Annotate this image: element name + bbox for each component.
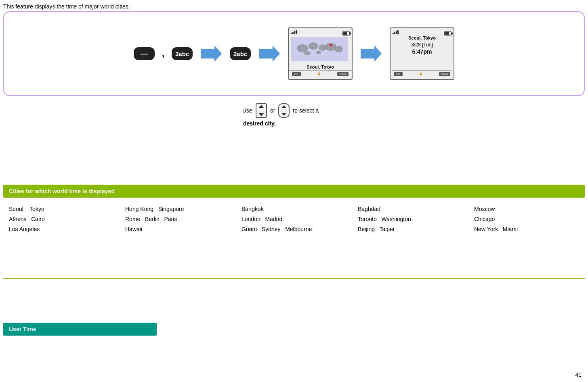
nav-hint-row-2: desired city.: [242, 119, 276, 127]
cities-col-2: Hong Kong Singapore Rome Berlin Paris Ha…: [120, 204, 236, 235]
btn-3-icon: 3abc: [172, 47, 193, 60]
svg-point-8: [330, 44, 332, 46]
svg-point-5: [335, 46, 343, 52]
nav-to-select-label: to select a: [293, 107, 319, 114]
list-item: Baghdad: [358, 204, 463, 214]
page-intro: This feature displays the time of major …: [3, 3, 130, 10]
list-item: Bangkok: [242, 204, 346, 214]
arrow-3-icon: [361, 46, 382, 62]
screen1-btn-row: OK 🔒 Back: [289, 70, 352, 77]
device-screen-2: Seoul, Tokyo 3/28 [Tue] 5:47pm OK 🔒 Back: [390, 27, 454, 80]
list-item: Rome Berlin Paris: [125, 214, 230, 224]
cities-col-3: Bangkok London Madrid Guam Sydney Melbou…: [236, 204, 352, 235]
cities-col-5: Moscow Chicago New York Miami: [468, 204, 585, 235]
scroll-pad-icon: [256, 103, 267, 118]
list-item: Toronto Washington: [358, 214, 463, 224]
screen1-back-btn: Back: [337, 72, 349, 76]
arrow-2-icon: [259, 46, 280, 62]
diagram-step-2: 2abc: [230, 47, 251, 60]
arrow-down-icon: [258, 113, 264, 116]
btn-2-icon: 2abc: [230, 47, 251, 60]
list-item: Hong Kong Singapore: [125, 204, 230, 214]
diagram-step-1: — , 3abc: [134, 47, 193, 60]
nav-or-label: or: [270, 107, 275, 114]
list-item: Guam Sydney Melbourne: [242, 224, 346, 234]
list-item: London Madrid: [242, 214, 346, 224]
cities-grid: Seoul Tokyo Athens Cairo Los Angeles Hon…: [3, 201, 585, 238]
screen2-back-btn: Back: [439, 72, 450, 76]
nav-arrow-up-icon: [281, 105, 286, 108]
list-item: Los Angeles: [9, 224, 114, 234]
page-number: 41: [575, 372, 582, 378]
svg-point-2: [309, 42, 318, 50]
list-item: Hawaii: [125, 224, 230, 234]
cities-col-1: Seoul Tokyo Athens Cairo Los Angeles: [3, 204, 120, 235]
cities-divider: [3, 278, 585, 279]
battery-icon-1: [342, 29, 350, 36]
screen1-ok-btn: OK: [292, 72, 301, 76]
screen1-city-label: Seoul, Tokyo: [289, 64, 352, 70]
list-item: Athens Cairo: [9, 214, 114, 224]
nav-scroll-icon: [278, 103, 290, 118]
desired-city-label: desired city.: [243, 120, 276, 127]
user-time-header: User Time: [3, 323, 157, 336]
nav-hint: Use or to select a desired city.: [242, 103, 319, 127]
screen1-map-area: [289, 35, 352, 64]
screen2-time: 5:47pm: [394, 48, 450, 55]
minus-button-icon: —: [134, 47, 155, 60]
nav-hint-row-1: Use or to select a: [242, 103, 319, 118]
list-item: Beijing Taipei: [358, 224, 463, 234]
cities-col-4: Baghdad Toronto Washington Beijing Taipe…: [352, 204, 468, 235]
diagram-box: — , 3abc 2abc: [3, 11, 585, 96]
signal-bars-2: [393, 29, 399, 34]
comma-separator: ,: [162, 48, 164, 59]
screen2-date: 3/28 [Tue]: [394, 42, 450, 48]
arrow-1-icon: [201, 46, 222, 62]
cities-section-header: Cities for which world time is displayed: [3, 185, 585, 198]
svg-point-6: [304, 51, 311, 55]
list-item: Moscow: [474, 204, 579, 214]
screen2-city-label: Seoul, Tokyo: [394, 35, 450, 40]
nav-use-label: Use: [242, 107, 252, 114]
arrow-up-icon: [258, 105, 264, 108]
screen2-ok-btn: OK: [394, 72, 403, 76]
nav-arrow-down-icon: [281, 113, 286, 116]
svg-point-1: [297, 44, 308, 52]
world-map-svg: [291, 37, 348, 61]
svg-point-7: [316, 51, 321, 54]
battery-icon-2: [444, 29, 452, 36]
list-item: Seoul Tokyo: [9, 204, 114, 214]
signal-bars-1: [291, 29, 297, 34]
screen2-btn-row: OK 🔒 Back: [392, 70, 452, 77]
list-item: Chicago: [474, 214, 579, 224]
device-screen-1: Seoul, Tokyo OK 🔒 Back: [288, 27, 353, 80]
list-item: New York Miami: [474, 224, 579, 234]
